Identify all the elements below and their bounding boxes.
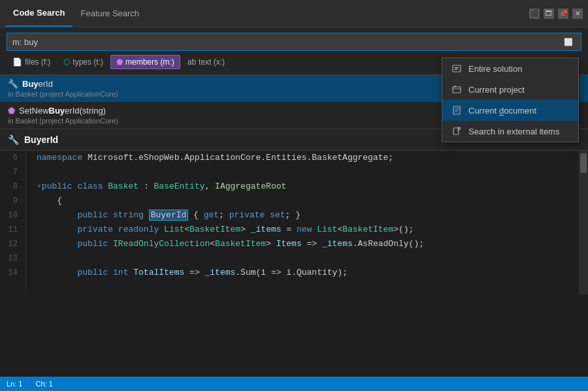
pin-button[interactable]: 📌 — [558, 8, 568, 19]
text-icon: ab — [188, 57, 196, 67]
status-bar: Ln: 1 Ch: 1 — [0, 377, 588, 391]
scrollbar[interactable] — [579, 151, 588, 294]
code-header-title: BuyerId — [24, 134, 58, 145]
window-controls: ⬛ 🗖 📌 ✕ — [529, 8, 583, 19]
files-icon: 📄 — [12, 57, 22, 67]
code-line-6: namespace Microsoft.eShopWeb.Application… — [37, 151, 579, 165]
code-content: 6 7 8 9 10 11 12 13 14 namespace Microso… — [0, 151, 579, 294]
scope-current-document[interactable]: Current document — [442, 100, 578, 121]
filter-tab-types-label: types (t:) — [73, 57, 103, 67]
scope-external-items-label: Search in external items — [468, 127, 559, 136]
restore-button[interactable]: 🗖 — [544, 8, 554, 19]
scrollbar-thumb[interactable] — [580, 153, 587, 173]
svg-rect-1 — [455, 67, 459, 69]
code-line-11: private readonly List<BasketItem> _items… — [37, 223, 579, 237]
code-line-10: public string BuyerId { get; private set… — [37, 208, 579, 223]
code-line-9: { — [37, 194, 579, 208]
search-input-row: ⬜ — [7, 33, 581, 51]
scope-entire-solution-label: Entire solution — [468, 64, 522, 74]
members-icon: ⬟ — [116, 57, 123, 67]
code-lines: namespace Microsoft.eShopWeb.Application… — [26, 151, 579, 294]
scope-external-items[interactable]: Search in external items — [442, 121, 578, 142]
filter-tab-members-label: members (m:) — [125, 57, 174, 67]
scope-entire-solution[interactable]: Entire solution — [442, 58, 578, 79]
code-line-7 — [37, 165, 579, 180]
svg-rect-2 — [455, 69, 457, 70]
tab-code-search[interactable]: Code Search — [5, 0, 73, 27]
status-ch: Ch: 1 — [35, 380, 52, 388]
scope-current-project-label: Current project — [468, 85, 525, 95]
title-bar: Code Search Feature Search ⬛ 🗖 📌 ✕ — [0, 0, 588, 27]
code-line-8: ▾public class Basket : BaseEntity, IAggr… — [37, 180, 579, 194]
filter-tab-files[interactable]: 📄 files (f:) — [7, 55, 56, 69]
svg-rect-0 — [453, 65, 461, 72]
code-line-13 — [37, 251, 579, 266]
svg-rect-3 — [453, 87, 461, 93]
svg-rect-6 — [453, 128, 459, 134]
external-icon — [451, 126, 462, 136]
minimize-button[interactable]: ⬛ — [529, 8, 540, 19]
tab-feature-search[interactable]: Feature Search — [73, 0, 147, 27]
filter-tab-members[interactable]: ⬟ members (m:) — [110, 55, 180, 69]
search-input[interactable] — [12, 37, 561, 47]
code-area: 🔧 BuyerId 6 7 8 9 10 11 12 13 14 namespa… — [0, 129, 588, 391]
code-line-14: public int TotalItems => _items.Sum(i =>… — [37, 266, 579, 280]
scope-current-project[interactable]: Current project — [442, 79, 578, 100]
code-line-12: public IReadOnlyCollection<BasketItem> I… — [37, 237, 579, 251]
types-icon: ⬡ — [63, 57, 70, 67]
document-icon — [451, 105, 462, 116]
line-numbers: 6 7 8 9 10 11 12 13 14 — [0, 151, 26, 294]
filter-tab-text-label: text (x:) — [199, 57, 225, 67]
filter-tab-text[interactable]: ab text (x:) — [182, 55, 231, 69]
status-ln: Ln: 1 — [7, 380, 22, 388]
filter-tab-files-label: files (f:) — [25, 57, 50, 67]
filter-tab-types[interactable]: ⬡ types (t:) — [57, 55, 109, 69]
scope-current-document-label: Current document — [468, 106, 536, 116]
search-scope-dropdown[interactable]: ⬜ — [561, 38, 576, 46]
svg-rect-5 — [453, 106, 460, 114]
solution-icon — [451, 63, 462, 74]
close-button[interactable]: ✕ — [572, 8, 583, 19]
project-icon — [451, 84, 462, 95]
member-icon: ⬟ — [8, 106, 15, 116]
code-with-scroll: 6 7 8 9 10 11 12 13 14 namespace Microso… — [0, 151, 588, 294]
wrench-icon: 🔧 — [8, 79, 18, 89]
code-header-icon: 🔧 — [8, 134, 19, 145]
svg-rect-4 — [454, 86, 456, 87]
scope-dropdown-menu: Entire solution Current project Current … — [442, 57, 579, 142]
